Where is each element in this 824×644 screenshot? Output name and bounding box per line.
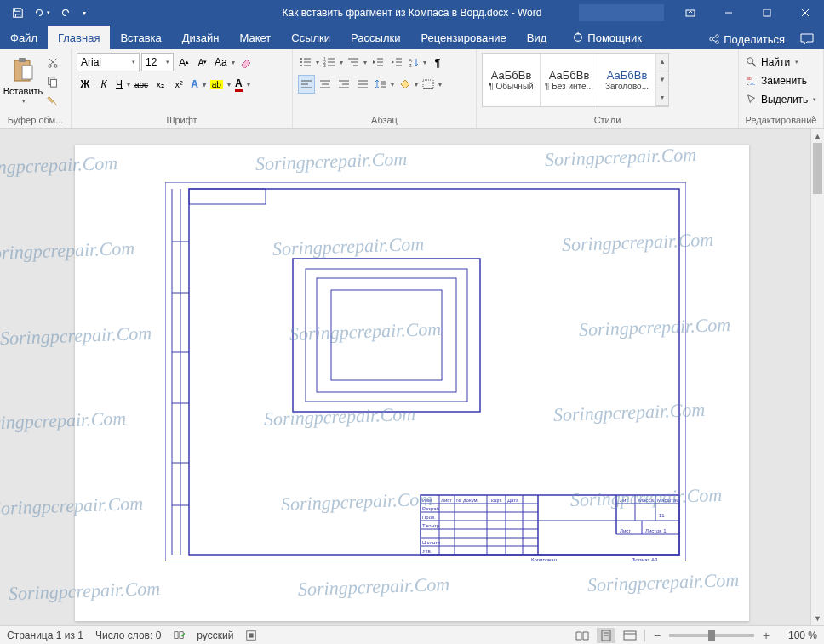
highlight-button[interactable]: ab — [209, 75, 232, 94]
clipboard-icon — [11, 57, 35, 84]
tab-view[interactable]: Вид — [517, 26, 558, 49]
shading-button[interactable] — [397, 75, 419, 94]
svg-rect-71 — [306, 269, 467, 402]
grow-font-button[interactable]: A▴ — [175, 53, 192, 71]
svg-line-56 — [752, 63, 756, 66]
align-center-button[interactable] — [317, 75, 334, 94]
show-marks-button[interactable]: ¶ — [429, 53, 446, 71]
increase-indent-button[interactable] — [388, 53, 405, 71]
underline-button[interactable]: Ч — [114, 75, 131, 94]
tab-layout[interactable]: Макет — [229, 26, 281, 49]
tab-references[interactable]: Ссылки — [281, 26, 340, 49]
vertical-scrollbar[interactable]: ▲ ▼ — [810, 129, 824, 625]
superscript-button[interactable]: x² — [170, 75, 187, 94]
font-size-select[interactable]: 12▾ — [141, 53, 174, 71]
svg-rect-73 — [331, 290, 442, 380]
copy-button[interactable] — [43, 73, 63, 90]
tab-design[interactable]: Дизайн — [172, 26, 230, 49]
font-name-select[interactable]: Arial▾ — [77, 53, 140, 71]
tab-review[interactable]: Рецензирование — [410, 26, 516, 49]
numbering-icon: 123 — [323, 57, 335, 67]
view-print-button[interactable] — [597, 628, 615, 643]
subscript-button[interactable]: x₂ — [152, 75, 169, 94]
eraser-icon — [239, 56, 253, 68]
format-painter-button[interactable] — [43, 92, 63, 109]
minimize-button[interactable] — [709, 0, 747, 26]
tab-tellme[interactable]: Помощник — [562, 26, 652, 49]
align-right-button[interactable] — [335, 75, 352, 94]
save-button[interactable] — [7, 2, 29, 24]
svg-text:№ докум.: № докум. — [456, 498, 479, 503]
qat-customize[interactable]: ▾ — [78, 2, 90, 24]
share-button[interactable]: Поделиться — [701, 30, 792, 49]
replace-icon: abac — [746, 75, 758, 87]
select-button[interactable]: Выделить▾ — [742, 90, 820, 109]
status-word-count[interactable]: Число слов: 0 — [95, 630, 161, 641]
scroll-up[interactable]: ▲ — [811, 129, 824, 143]
style-normal[interactable]: АаБбВв ¶ Обычный — [483, 54, 541, 106]
bullets-button[interactable] — [298, 53, 320, 71]
tab-insert[interactable]: Вставка — [110, 26, 171, 49]
status-macro[interactable] — [245, 630, 257, 641]
styles-scroll-up[interactable]: ▲ — [656, 54, 668, 71]
style-heading1[interactable]: АаБбВв Заголово... — [598, 54, 656, 106]
zoom-slider[interactable] — [669, 634, 754, 637]
styles-scroll-down[interactable]: ▼ — [656, 71, 668, 89]
zoom-out-button[interactable]: − — [650, 629, 664, 642]
window-title: Как вставить фрагмент из Компаса в Ворд.… — [283, 7, 542, 19]
font-color-button[interactable]: A — [233, 75, 251, 94]
ribbon-display-options[interactable] — [671, 0, 709, 26]
line-spacing-button[interactable] — [373, 75, 395, 94]
scroll-thumb[interactable] — [813, 143, 822, 194]
shrink-font-button[interactable]: A▾ — [194, 53, 211, 71]
sort-button[interactable]: AZ — [407, 53, 427, 71]
svg-text:Утв.: Утв. — [422, 549, 432, 554]
paste-button[interactable]: Вставить ▾ — [3, 51, 43, 111]
strikethrough-button[interactable]: abc — [133, 75, 150, 94]
user-account[interactable] — [579, 4, 664, 21]
scroll-down[interactable]: ▼ — [811, 612, 824, 625]
numbering-button[interactable]: 123 — [322, 53, 344, 71]
svg-text:Дата: Дата — [507, 498, 519, 503]
svg-text:Листов  1: Листов 1 — [645, 528, 667, 533]
status-page[interactable]: Страница 1 из 1 — [7, 630, 83, 641]
align-left-button[interactable] — [298, 75, 315, 94]
status-language[interactable]: русский — [197, 630, 233, 641]
clear-formatting-button[interactable] — [237, 53, 255, 71]
title-bar: ▾ ▾ Как вставить фрагмент из Компаса в В… — [0, 0, 824, 26]
svg-text:Лист: Лист — [441, 498, 452, 503]
justify-button[interactable] — [354, 75, 371, 94]
tab-file[interactable]: Файл — [0, 26, 48, 49]
find-button[interactable]: Найти▾ — [742, 53, 802, 71]
svg-point-12 — [54, 65, 58, 68]
view-read-button[interactable] — [573, 628, 592, 643]
zoom-in-button[interactable]: + — [759, 629, 773, 642]
comments-button[interactable] — [795, 29, 819, 49]
text-effects-button[interactable]: A — [189, 75, 207, 94]
italic-button[interactable]: К — [95, 75, 112, 94]
tab-home[interactable]: Главная — [48, 26, 110, 49]
change-case-button[interactable]: Aa — [213, 53, 236, 71]
zoom-level[interactable]: 100 % — [778, 630, 817, 641]
tab-mailings[interactable]: Рассылки — [340, 26, 410, 49]
borders-button[interactable] — [421, 75, 443, 94]
document-page[interactable]: 11 Изм Лист № докум. Подп. Дата Разраб. … — [75, 145, 749, 621]
collapse-ribbon-button[interactable]: ˄ — [805, 113, 821, 125]
replace-button[interactable]: abac Заменить — [742, 71, 810, 90]
style-no-spacing[interactable]: АаБбВв ¶ Без инте... — [541, 54, 598, 106]
svg-point-5 — [710, 37, 713, 41]
svg-text:Лист: Лист — [620, 528, 631, 533]
decrease-indent-button[interactable] — [369, 53, 386, 71]
styles-gallery[interactable]: АаБбВв ¶ Обычный АаБбВв ¶ Без инте... Аа… — [482, 53, 669, 107]
redo-button[interactable] — [54, 2, 77, 24]
styles-expand[interactable]: ▾ — [656, 88, 668, 106]
status-proofing[interactable] — [173, 630, 185, 641]
view-web-button[interactable] — [621, 628, 639, 643]
undo-button[interactable]: ▾ — [31, 2, 53, 24]
close-button[interactable] — [786, 0, 824, 26]
cut-button[interactable] — [43, 54, 63, 71]
justify-icon — [357, 79, 369, 89]
maximize-button[interactable] — [747, 0, 786, 26]
multilevel-button[interactable] — [346, 53, 368, 71]
bold-button[interactable]: Ж — [77, 75, 94, 94]
